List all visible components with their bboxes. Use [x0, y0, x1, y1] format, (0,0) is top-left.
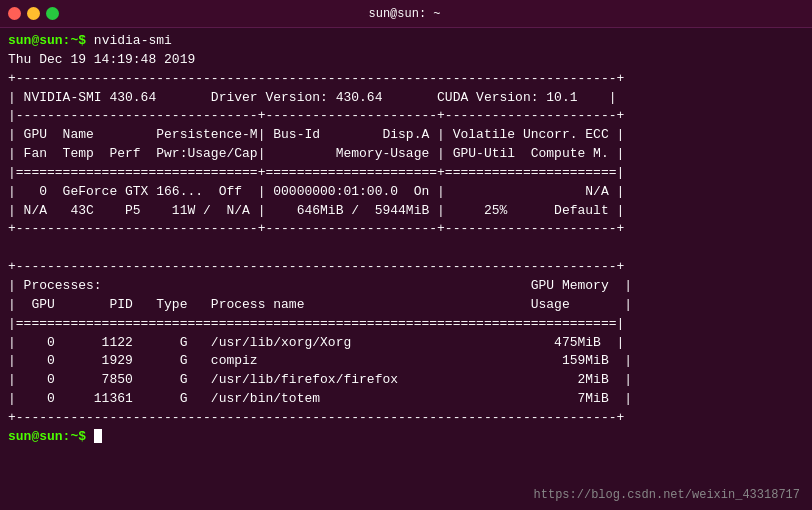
- prompt-user-1: sun@sun: [8, 33, 63, 48]
- window-title: sun@sun: ~: [5, 7, 804, 21]
- title-bar: sun@sun: ~: [0, 0, 812, 28]
- nvidia-smi-output: +---------------------------------------…: [8, 70, 804, 428]
- cursor: [94, 429, 102, 443]
- terminal-body: sun@sun:~$ nvidia-smi Thu Dec 19 14:19:4…: [0, 28, 812, 451]
- date-line: Thu Dec 19 14:19:48 2019: [8, 51, 804, 70]
- prompt-suffix-1: :~$: [63, 33, 94, 48]
- prompt-user-2: sun@sun: [8, 429, 63, 444]
- command-line-1: sun@sun:~$ nvidia-smi: [8, 32, 804, 51]
- date-text: Thu Dec 19 14:19:48 2019: [8, 52, 195, 67]
- prompt-suffix-2: :~$: [63, 429, 94, 444]
- command-line-2: sun@sun:~$: [8, 428, 804, 447]
- command-text-1: nvidia-smi: [94, 33, 172, 48]
- watermark-text: https://blog.csdn.net/weixin_43318717: [534, 488, 800, 502]
